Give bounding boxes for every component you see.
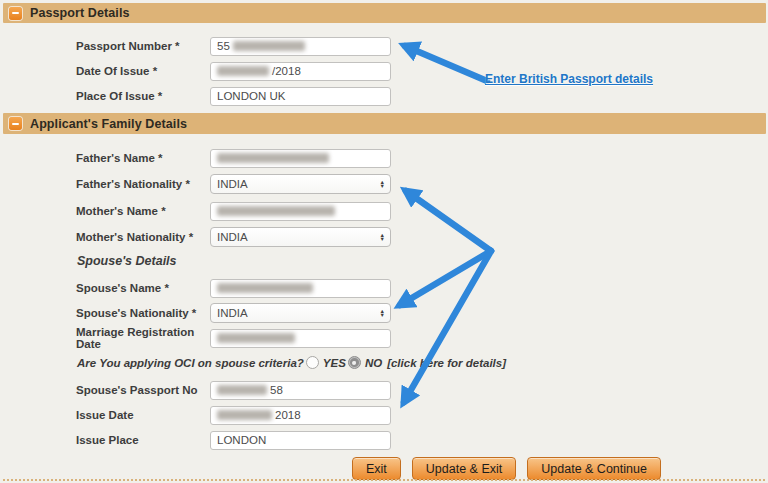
father-name-input[interactable] <box>210 149 391 168</box>
redacted-value <box>217 283 313 293</box>
spouse-nationality-select[interactable]: INDIA ▲▼ <box>210 303 391 323</box>
redacted-value <box>217 333 295 343</box>
mother-nationality-label: Mother's Nationality * <box>76 231 210 243</box>
date-of-issue-label: Date Of Issue * <box>76 65 210 77</box>
spouse-nationality-value: INDIA <box>217 307 248 319</box>
spouse-passport-no-label: Spouse's Passport No <box>76 384 210 396</box>
form-bottom-border <box>3 479 765 481</box>
redacted-value <box>217 206 335 216</box>
annotation-enter-british-passport: Enter British Passport details <box>485 72 653 86</box>
update-continue-button[interactable]: Update & Continue <box>527 457 661 480</box>
marriage-registration-date-input[interactable] <box>210 329 391 348</box>
minus-icon <box>12 12 19 14</box>
section-title-passport: Passport Details <box>30 6 130 20</box>
collapse-passport-button[interactable] <box>9 7 22 20</box>
mother-nationality-select[interactable]: INDIA ▲▼ <box>210 227 391 247</box>
issue-date-input[interactable]: 2018 <box>210 406 391 425</box>
issue-place-label: Issue Place <box>76 434 210 446</box>
spouse-passport-no-row: Spouse's Passport No 58 <box>0 380 768 400</box>
father-nationality-select[interactable]: INDIA ▲▼ <box>210 174 391 194</box>
father-nationality-row: Father's Nationality * INDIA ▲▼ <box>0 174 768 194</box>
section-header-passport: Passport Details <box>3 3 766 23</box>
mother-nationality-row: Mother's Nationality * INDIA ▲▼ <box>0 227 768 247</box>
place-of-issue-row: Place Of Issue * LONDON UK <box>0 86 768 106</box>
passport-number-input[interactable]: 55 <box>210 37 391 56</box>
passport-number-value: 55 <box>217 40 230 52</box>
passport-number-label: Passport Number * <box>76 40 210 52</box>
father-name-row: Father's Name * <box>0 148 768 168</box>
spouse-passport-no-input[interactable]: 58 <box>210 381 391 400</box>
section-header-family: Applicant's Family Details <box>3 113 766 134</box>
mother-nationality-value: INDIA <box>217 231 248 243</box>
spouse-nationality-label: Spouse's Nationality * <box>76 307 210 319</box>
place-of-issue-value: LONDON UK <box>217 90 285 102</box>
issue-date-label: Issue Date <box>76 409 210 421</box>
spouse-criteria-no-radio[interactable] <box>348 356 361 369</box>
form-actions: Exit Update & Exit Update & Continue <box>352 457 661 480</box>
select-spinner-icon: ▲▼ <box>380 233 385 242</box>
collapse-family-button[interactable] <box>9 117 22 130</box>
redacted-value <box>217 410 272 420</box>
section-title-family: Applicant's Family Details <box>30 117 187 131</box>
minus-icon <box>12 123 19 125</box>
spouse-criteria-row: Are You applying OCI on spouse criteria?… <box>77 354 506 371</box>
spouse-criteria-no-label: NO <box>365 357 382 369</box>
spouse-criteria-yes-label: YES <box>323 357 346 369</box>
spouse-passport-no-value: 58 <box>270 384 283 396</box>
issue-place-row: Issue Place LONDON <box>0 430 768 450</box>
spouse-name-input[interactable] <box>210 279 391 298</box>
issue-place-input[interactable]: LONDON <box>210 431 391 450</box>
spouse-nationality-row: Spouse's Nationality * INDIA ▲▼ <box>0 303 768 323</box>
spouse-criteria-yes-radio[interactable] <box>306 356 319 369</box>
issue-date-value: 2018 <box>275 409 301 421</box>
issue-place-value: LONDON <box>217 434 266 446</box>
father-nationality-value: INDIA <box>217 178 248 190</box>
redacted-value <box>217 385 267 395</box>
redacted-value <box>233 41 305 51</box>
redacted-value <box>217 153 329 163</box>
mother-name-label: Mother's Name * <box>76 205 210 217</box>
passport-number-row: Passport Number * 55 <box>0 36 768 56</box>
mother-name-input[interactable] <box>210 202 391 221</box>
spouse-criteria-question: Are You applying OCI on spouse criteria? <box>77 357 304 369</box>
marriage-registration-date-row: Marriage Registration Date <box>0 328 768 348</box>
date-of-issue-input[interactable]: /2018 <box>210 62 391 81</box>
father-name-label: Father's Name * <box>76 152 210 164</box>
details-link[interactable]: [click here for details] <box>387 357 506 369</box>
date-of-issue-value: /2018 <box>272 65 301 77</box>
select-spinner-icon: ▲▼ <box>380 180 385 189</box>
update-exit-button[interactable]: Update & Exit <box>412 457 516 480</box>
spouse-name-row: Spouse's Name * <box>0 278 768 298</box>
exit-button[interactable]: Exit <box>352 457 401 480</box>
issue-date-row: Issue Date 2018 <box>0 405 768 425</box>
spouse-details-heading: Spouse's Details <box>77 254 177 268</box>
mother-name-row: Mother's Name * <box>0 201 768 221</box>
spouse-name-label: Spouse's Name * <box>76 282 210 294</box>
select-spinner-icon: ▲▼ <box>380 309 385 318</box>
place-of-issue-label: Place Of Issue * <box>76 90 210 102</box>
redacted-value <box>217 66 269 76</box>
radio-dot-icon <box>352 361 356 365</box>
father-nationality-label: Father's Nationality * <box>76 178 210 190</box>
marriage-registration-date-label: Marriage Registration Date <box>76 326 210 350</box>
place-of-issue-input[interactable]: LONDON UK <box>210 87 391 106</box>
